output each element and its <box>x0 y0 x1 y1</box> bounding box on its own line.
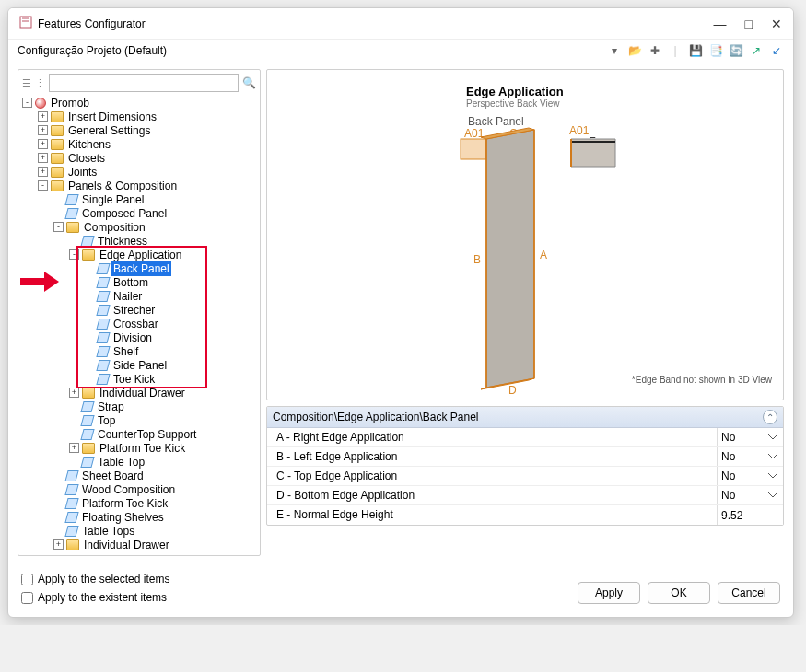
app-node-icon <box>35 98 46 109</box>
toolbar-refresh-icon[interactable]: 🔄 <box>729 43 743 58</box>
svg-marker-17 <box>571 139 615 167</box>
property-value-c[interactable]: No <box>718 467 783 485</box>
footer: Apply to the selected items Apply to the… <box>8 565 793 617</box>
tree-item-individual-drawer[interactable]: Individual Drawer <box>98 386 187 400</box>
folder-icon <box>51 139 64 150</box>
tree-item-crossbar[interactable]: Crossbar <box>111 317 160 331</box>
ok-button[interactable]: OK <box>648 582 710 604</box>
expander[interactable]: - <box>22 98 32 108</box>
tree-item-table-tops[interactable]: Table Tops <box>80 524 136 539</box>
collapse-icon[interactable]: ⌃ <box>763 410 777 424</box>
property-label-d: D - Bottom Edge Application <box>267 486 717 504</box>
cancel-button[interactable]: Cancel <box>718 582 780 604</box>
tree-item-division[interactable]: Division <box>111 330 154 345</box>
tree-item-thickness[interactable]: Thickness <box>96 234 149 249</box>
tag-icon <box>64 526 78 537</box>
folder-icon <box>51 153 64 164</box>
tag-icon <box>64 484 78 495</box>
expander[interactable]: - <box>38 180 48 191</box>
tree-item-general-settings[interactable]: General Settings <box>66 123 152 138</box>
expander[interactable]: + <box>38 167 48 177</box>
tag-icon <box>96 319 110 330</box>
tree-item-individual-drawer-2[interactable]: Individual Drawer <box>82 538 171 552</box>
dropdown-icon[interactable]: ▾ <box>607 43 622 58</box>
tree-item-edge-application[interactable]: Edge Application <box>98 248 183 262</box>
close-button[interactable]: ✕ <box>771 17 782 31</box>
toolbar-expand-icon[interactable]: ↗ <box>749 43 764 58</box>
svg-text:A: A <box>540 249 547 261</box>
expander[interactable]: + <box>38 153 48 163</box>
toolbar-collapse-icon[interactable]: ↙ <box>769 43 784 58</box>
folder-icon <box>66 539 79 550</box>
tree-item-wood-composition[interactable]: Wood Composition <box>80 482 177 497</box>
tree-item-panels-composition[interactable]: Panels & Composition <box>66 179 179 193</box>
toolbar-open-icon[interactable]: 📂 <box>627 43 642 58</box>
tree-item-countertop-support[interactable]: CounterTop Support <box>96 427 198 442</box>
apply-selected-check[interactable]: Apply to the selected items <box>21 573 568 585</box>
property-label-c: C - Top Edge Application <box>267 467 717 485</box>
minimize-button[interactable]: ― <box>714 17 727 31</box>
tree-item-shelf[interactable]: Shelf <box>111 344 140 359</box>
tree-item-platform-toe-kick[interactable]: Platform Toe Kick <box>98 441 187 456</box>
tree-item-toe-kick[interactable]: Toe Kick <box>111 372 157 387</box>
tree-item-strap[interactable]: Strap <box>96 400 126 414</box>
expander[interactable]: + <box>38 111 48 122</box>
property-value-e[interactable] <box>718 505 783 525</box>
apply-button[interactable]: Apply <box>578 582 640 604</box>
tree-item-side-panel[interactable]: Side Panel <box>111 358 169 373</box>
maximize-button[interactable]: □ <box>745 17 753 31</box>
tree-item-closets[interactable]: Closets <box>66 151 107 166</box>
tree-mode-icon[interactable]: ☰ <box>22 77 31 89</box>
toolbar-new-icon[interactable]: ✚ <box>648 43 662 58</box>
tree-item-strecher[interactable]: Strecher <box>111 303 157 318</box>
tag-icon <box>80 429 94 440</box>
tree-item-insert-dimensions[interactable]: Insert Dimensions <box>66 110 158 124</box>
tree-item-nailer[interactable]: Nailer <box>111 289 144 304</box>
tag-icon <box>80 401 94 412</box>
preview-panel: Edge Application Perspective Back View B… <box>266 69 784 400</box>
toolbar-save-icon[interactable]: 💾 <box>688 43 703 58</box>
tree-item-bottom[interactable]: Bottom <box>111 275 150 290</box>
property-value-d[interactable]: No <box>718 486 783 504</box>
svg-text:D: D <box>508 384 517 397</box>
tree-root[interactable]: Promob <box>49 96 91 110</box>
tag-icon <box>96 263 110 274</box>
tree-mode2-icon[interactable]: ⋮ <box>35 77 45 89</box>
tree-item-back-panel[interactable]: Back Panel <box>111 261 171 276</box>
tag-icon <box>96 332 110 343</box>
tree-item-joints[interactable]: Joints <box>66 165 99 180</box>
tree-item-kitchens[interactable]: Kitchens <box>66 137 112 152</box>
tag-icon <box>80 415 94 426</box>
expander[interactable]: + <box>38 139 48 149</box>
tag-icon <box>96 346 110 357</box>
property-value-b[interactable]: No <box>718 447 783 466</box>
property-value-a[interactable]: No <box>718 428 783 446</box>
expander[interactable]: - <box>69 249 79 260</box>
tree-item-composition[interactable]: Composition <box>82 220 147 235</box>
features-configurator-window: Features Configurator ― □ ✕ Configuração… <box>7 7 794 618</box>
tree-item-top[interactable]: Top <box>96 413 117 428</box>
expander[interactable]: - <box>53 222 64 232</box>
properties-breadcrumb: Composition\Edge Application\Back Panel <box>273 411 763 423</box>
tree-item-floating-shelves[interactable]: Floating Shelves <box>80 510 166 525</box>
app-icon <box>19 16 32 31</box>
tree-item-table-top[interactable]: Table Top <box>96 455 146 469</box>
svg-text:A01: A01 <box>569 124 590 137</box>
apply-existent-check[interactable]: Apply to the existent items <box>21 591 568 604</box>
toolbar-copy-icon[interactable]: 📑 <box>708 43 723 58</box>
tree[interactable]: -Promob +Insert Dimensions +General Sett… <box>22 96 256 551</box>
expander[interactable]: + <box>69 388 79 398</box>
tree-item-platform-toe-kick-2[interactable]: Platform Toe Kick <box>80 496 169 511</box>
tree-search-input[interactable] <box>49 74 239 92</box>
property-row: B - Left Edge Application No <box>267 447 783 467</box>
expander[interactable]: + <box>69 443 79 453</box>
tree-item-composed-panel[interactable]: Composed Panel <box>80 206 169 221</box>
binoculars-icon[interactable]: 🔍 <box>242 76 256 89</box>
folder-icon <box>51 167 64 178</box>
expander[interactable]: + <box>53 539 64 550</box>
tag-icon <box>96 374 110 385</box>
tree-item-single-panel[interactable]: Single Panel <box>80 192 146 207</box>
tree-item-sheet-board[interactable]: Sheet Board <box>80 469 146 483</box>
preview-note: *Edge Band not shown in 3D View <box>632 375 772 385</box>
expander[interactable]: + <box>38 125 48 135</box>
